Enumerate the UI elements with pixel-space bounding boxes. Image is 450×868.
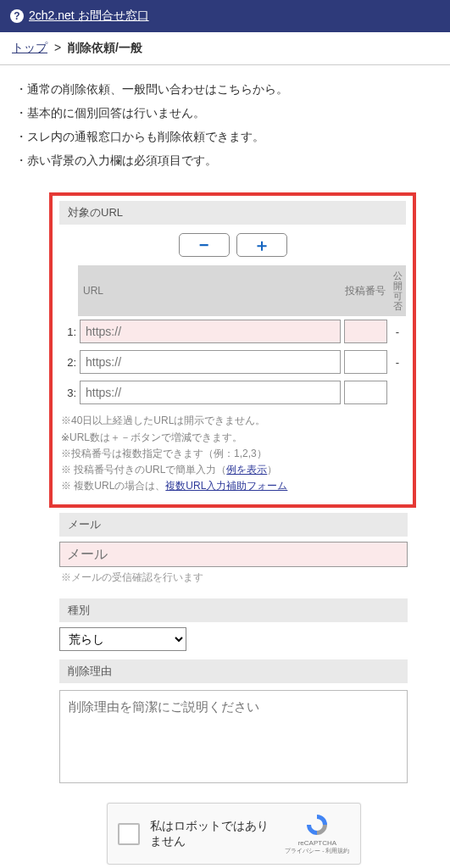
section-label-type: 種別 (59, 598, 408, 622)
disclose-cell: - (389, 347, 406, 377)
notice-item: スレ内の通報窓口からも削除依頼できます。 (15, 125, 435, 148)
recaptcha-widget[interactable]: 私はロボットではありません reCAPTCHA プライバシー - 利用規約 (107, 803, 361, 865)
url-hints: 40日以上経過したURLは開示できません。 URL数は＋－ボタンで増減できます。… (59, 408, 406, 494)
table-row: 2: - (59, 347, 406, 377)
recaptcha-logo: reCAPTCHA プライバシー - 利用規約 (285, 812, 349, 855)
recaptcha-checkbox[interactable] (118, 823, 140, 845)
url-input[interactable] (80, 320, 341, 343)
postno-input[interactable] (344, 350, 387, 374)
show-example-link[interactable]: 例を表示 (226, 464, 267, 476)
site-title-link[interactable]: 2ch2.net お問合せ窓口 (29, 8, 149, 24)
notice-item: 通常の削除依頼、一般問い合わせはこちらから。 (15, 77, 435, 101)
row-index: 3: (59, 377, 78, 408)
breadcrumb: トップ > 削除依頼/一般 (0, 32, 450, 65)
hint-item: 40日以上経過したURLは開示できません。 (61, 413, 404, 429)
breadcrumb-top[interactable]: トップ (12, 41, 47, 54)
postno-input[interactable] (344, 320, 387, 343)
disclose-cell: - (389, 316, 406, 347)
add-row-button[interactable]: ＋ (236, 233, 287, 257)
recaptcha-label: 私はロボットではありません (150, 819, 275, 849)
row-index: 2: (59, 347, 78, 377)
table-row: 3: (59, 377, 406, 408)
type-select[interactable]: 荒らし (59, 627, 186, 651)
recaptcha-icon (304, 812, 330, 837)
hint-item: 複数URLの場合は、複数URL入力補助フォーム (61, 478, 404, 494)
hint-item: URL数は＋－ボタンで増減できます。 (61, 430, 404, 446)
section-label-reason: 削除理由 (59, 659, 408, 683)
postno-input[interactable] (344, 381, 387, 404)
multi-url-helper-link[interactable]: 複数URL入力補助フォーム (165, 480, 287, 492)
reason-textarea[interactable] (59, 690, 408, 783)
url-input[interactable] (80, 381, 341, 404)
breadcrumb-sep: > (54, 41, 61, 54)
help-icon: ? (10, 9, 24, 23)
notice-list: 通常の削除依頼、一般問い合わせはこちらから。 基本的に個別回答は行いません。 ス… (0, 65, 450, 184)
col-url: URL (78, 265, 342, 316)
header-bar: ? 2ch2.net お問合せ窓口 (0, 0, 450, 32)
remove-row-button[interactable]: − (179, 233, 230, 257)
hint-item: 投稿番号は複数指定できます（例：1,2,3） (61, 446, 404, 462)
disclose-cell (389, 377, 406, 408)
section-label-url: 対象のURL (59, 201, 406, 225)
url-table: URL 投稿番号 公開可否 1: - 2: - (59, 265, 406, 408)
table-row: 1: - (59, 316, 406, 347)
row-index: 1: (59, 316, 78, 347)
hint-item: 投稿番号付きのURLで簡単入力（例を表示） (61, 462, 404, 478)
notice-item: 赤い背景の入力欄は必須項目です。 (15, 148, 435, 172)
email-field[interactable] (59, 542, 408, 567)
mail-note: メールの受信確認を行います (59, 567, 408, 593)
notice-item: 基本的に個別回答は行いません。 (15, 101, 435, 125)
col-postno: 投稿番号 (342, 265, 389, 316)
section-label-mail: メール (59, 513, 408, 537)
url-input[interactable] (80, 350, 341, 374)
col-disclose: 公開可否 (389, 265, 406, 316)
breadcrumb-current: 削除依頼/一般 (68, 41, 142, 54)
required-highlight-box: 対象のURL − ＋ URL 投稿番号 公開可否 1: - (49, 192, 416, 508)
